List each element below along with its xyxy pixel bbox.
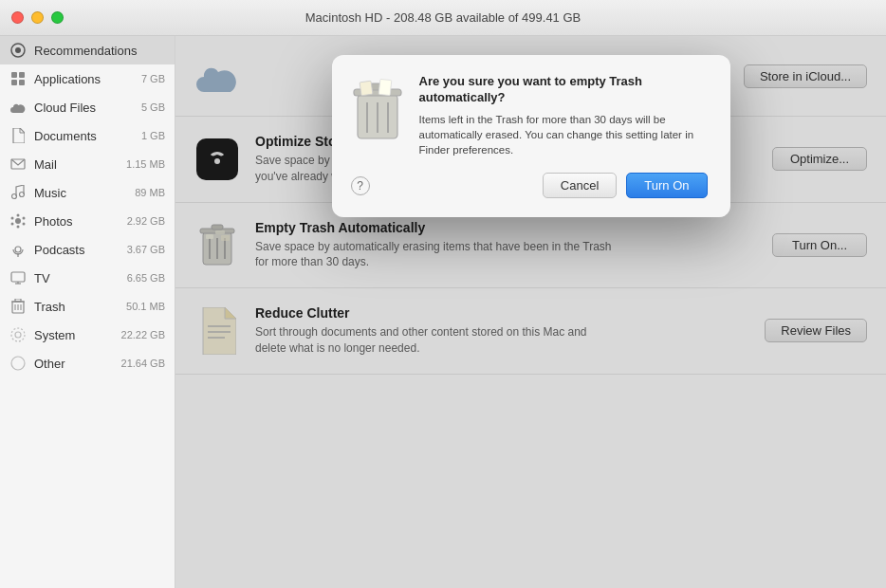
sidebar-item-photos[interactable]: Photos 2.92 GB [0, 207, 175, 235]
trash-sidebar-icon [9, 298, 27, 315]
svg-point-17 [17, 253, 19, 255]
close-button[interactable] [11, 11, 24, 24]
modal-trash-icon [351, 78, 404, 131]
other-icon [9, 355, 27, 372]
mail-icon [9, 156, 27, 173]
sidebar-item-other[interactable]: Other 21.64 GB [0, 349, 175, 377]
sidebar-label-music: Music [34, 186, 131, 200]
podcasts-icon [9, 241, 27, 258]
modal-top: Are you sure you want to empty Trash aut… [351, 74, 708, 157]
sidebar-item-recommendations[interactable]: Recommendations [0, 36, 175, 64]
title-bar: Macintosh HD - 208.48 GB available of 49… [0, 0, 886, 36]
cloud-files-icon [9, 99, 27, 116]
sidebar-item-applications[interactable]: Applications 7 GB [0, 64, 175, 93]
modal-text-area: Are you sure you want to empty Trash aut… [419, 74, 708, 157]
sidebar-label-photos: Photos [34, 214, 123, 229]
sidebar-label-mail: Mail [34, 157, 122, 172]
svg-point-12 [23, 223, 26, 226]
modal-cancel-button[interactable]: Cancel [543, 173, 617, 198]
modal-desc: Items left in the Trash for more than 30… [419, 112, 708, 157]
window-title: Macintosh HD - 208.48 GB available of 49… [305, 10, 581, 25]
svg-point-28 [15, 332, 21, 338]
sidebar-item-trash[interactable]: Trash 50.1 MB [0, 292, 175, 321]
modal-title: Are you sure you want to empty Trash aut… [419, 74, 708, 106]
documents-icon [9, 127, 27, 144]
svg-point-16 [15, 247, 21, 252]
maximize-button[interactable] [51, 11, 64, 24]
svg-point-11 [23, 217, 26, 220]
modal-dialog: Are you sure you want to empty Trash aut… [332, 55, 730, 217]
sidebar-label-podcasts: Podcasts [34, 243, 123, 257]
svg-point-9 [15, 218, 21, 224]
modal-buttons: ? Cancel Turn On [351, 173, 708, 198]
sidebar-label-system: System [34, 328, 118, 342]
sidebar-label-cloud-files: Cloud Files [34, 101, 138, 115]
sidebar-size-other: 21.64 GB [121, 358, 165, 369]
sidebar-item-cloud-files[interactable]: Cloud Files 5 GB [0, 93, 175, 121]
sidebar-label-documents: Documents [34, 129, 138, 143]
music-icon [9, 184, 27, 201]
svg-point-15 [11, 217, 14, 220]
svg-rect-47 [360, 81, 373, 96]
modal-overlay: Are you sure you want to empty Trash aut… [175, 36, 886, 588]
sidebar-item-system[interactable]: System 22.22 GB [0, 321, 175, 349]
sidebar-size-podcasts: 3.67 GB [127, 244, 165, 255]
modal-help-button[interactable]: ? [351, 176, 370, 195]
svg-rect-2 [11, 72, 17, 78]
system-icon [9, 326, 27, 343]
minimize-button[interactable] [31, 11, 44, 24]
window-controls [11, 11, 64, 24]
svg-rect-3 [19, 72, 25, 78]
svg-point-13 [17, 226, 20, 229]
sidebar-item-tv[interactable]: TV 6.65 GB [0, 264, 175, 292]
sidebar-item-documents[interactable]: Documents 1 GB [0, 121, 175, 150]
sidebar-item-podcasts[interactable]: Podcasts 3.67 GB [0, 235, 175, 264]
svg-rect-19 [11, 272, 25, 282]
svg-point-29 [11, 328, 25, 341]
tv-icon [9, 269, 27, 286]
applications-icon [9, 70, 27, 87]
modal-confirm-button[interactable]: Turn On [626, 173, 707, 198]
svg-point-30 [11, 357, 25, 370]
sidebar-size-cloud-files: 5 GB [141, 101, 165, 113]
sidebar-label-tv: TV [34, 271, 123, 285]
sidebar-item-mail[interactable]: Mail 1.15 MB [0, 150, 175, 178]
svg-rect-4 [11, 80, 17, 85]
sidebar-size-trash: 50.1 MB [126, 301, 165, 312]
svg-point-10 [17, 214, 20, 217]
sidebar-size-tv: 6.65 GB [127, 272, 165, 284]
sidebar-size-documents: 1 GB [141, 130, 165, 141]
sidebar-label-trash: Trash [34, 300, 122, 314]
svg-rect-48 [378, 79, 392, 95]
sidebar-label-applications: Applications [34, 72, 138, 86]
sidebar-item-music[interactable]: Music 89 MB [0, 178, 175, 207]
sidebar-size-photos: 2.92 GB [127, 215, 165, 227]
sidebar-label-other: Other [34, 357, 118, 371]
sidebar-size-applications: 7 GB [141, 73, 165, 84]
recommendations-icon [9, 42, 27, 59]
sidebar-label-recommendations: Recommendations [34, 44, 165, 58]
content-area: Store in iCloud... Optimize Storage Save… [175, 36, 886, 588]
photos-icon [9, 212, 27, 230]
svg-rect-24 [15, 299, 21, 302]
main-area: Recommendations Applications 7 GB Cloud … [0, 36, 886, 588]
svg-rect-5 [19, 80, 25, 85]
sidebar: Recommendations Applications 7 GB Cloud … [0, 36, 175, 588]
svg-point-14 [11, 223, 14, 226]
svg-point-1 [15, 47, 21, 53]
sidebar-size-mail: 1.15 MB [126, 158, 165, 170]
sidebar-size-system: 22.22 GB [121, 329, 165, 340]
sidebar-size-music: 89 MB [135, 187, 165, 198]
